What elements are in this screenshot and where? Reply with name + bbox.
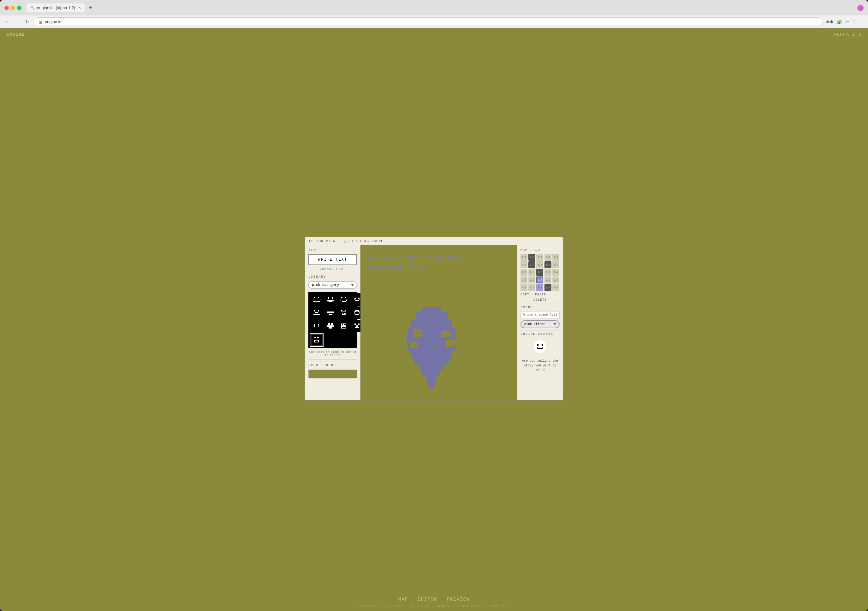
svg-rect-14 (341, 297, 343, 298)
emoji-cell[interactable] (324, 320, 337, 332)
map-cell[interactable]: 2,4 (552, 269, 559, 276)
bookmark-icon[interactable]: ✱✱ (826, 19, 834, 24)
minimize-button[interactable] (11, 6, 15, 10)
emoji-cell[interactable] (338, 320, 350, 332)
svg-rect-53 (318, 326, 319, 327)
svg-rect-72 (317, 337, 319, 338)
emoji-cell[interactable] (310, 307, 324, 319)
map-cell[interactable]: 3,1 (529, 276, 535, 284)
tab-close-icon[interactable]: ✕ (78, 6, 81, 10)
nav-map[interactable]: MAP (398, 597, 408, 602)
svg-rect-98 (441, 335, 443, 337)
map-cell[interactable]: 0,2 (536, 254, 543, 261)
map-cell[interactable]: 1,3 (544, 261, 552, 268)
hint-text: ble-click an image to add it to the sc (308, 350, 357, 357)
close-button[interactable] (5, 6, 9, 10)
map-cell[interactable]: 2,0 (521, 269, 527, 276)
map-cell[interactable]: 3,0 (521, 276, 527, 284)
svg-rect-8 (326, 295, 336, 304)
map-cell[interactable]: 3,4 (552, 276, 559, 284)
sub-nav-submit[interactable]: SUBMIT (437, 604, 453, 608)
svg-rect-2 (318, 297, 319, 298)
emoji-cell[interactable] (338, 307, 350, 319)
map-cell[interactable]: 3,3 (544, 276, 552, 284)
category-dropdown[interactable]: pick category (308, 281, 357, 289)
dot-separator: · (531, 293, 533, 296)
map-header: MAP · 3,2 (521, 248, 560, 252)
map-cell[interactable]: 1,2 (536, 261, 543, 268)
sub-nav-discord[interactable]: DISCORD (383, 604, 402, 608)
screenshot-icon[interactable]: ⬚ (852, 19, 857, 24)
svg-rect-37 (346, 311, 346, 312)
map-cell[interactable]: 4,4 (552, 284, 559, 291)
emoji-cell[interactable] (324, 307, 337, 319)
emoji-cell[interactable] (324, 293, 337, 306)
write-text-button[interactable]: WRITE TEXT (308, 254, 357, 265)
map-cell[interactable]: 4,2 (536, 284, 543, 291)
emoji-cell[interactable] (310, 320, 324, 332)
scene-title-input[interactable] (521, 311, 560, 318)
browser-tab[interactable]: 🔧 engine.lol (alpha 1.2) ✕ (26, 3, 85, 12)
svg-rect-13 (339, 295, 349, 304)
emoji-cell-selected[interactable] (310, 333, 324, 347)
svg-rect-57 (329, 327, 332, 329)
divider (521, 304, 560, 304)
address-bar[interactable]: 🔒 engine.lol (34, 17, 823, 26)
back-button[interactable]: ← (4, 19, 11, 25)
map-cell[interactable]: 4,1 (529, 284, 535, 291)
svg-rect-55 (328, 323, 330, 325)
svg-rect-99 (432, 348, 433, 349)
map-cell[interactable]: 1,0 (521, 261, 527, 268)
svg-rect-31 (327, 312, 333, 313)
effect-dropdown[interactable]: pick effect (521, 320, 560, 328)
svg-rect-18 (346, 299, 347, 301)
copy-paste-row: COPY · PASTE (521, 293, 560, 296)
svg-rect-33 (339, 308, 349, 318)
sub-nav-gallery[interactable]: GALLERY (410, 604, 429, 608)
svg-rect-69 (356, 326, 358, 327)
reload-button[interactable]: ↻ (24, 19, 30, 25)
color-swatch[interactable] (308, 369, 357, 378)
nav-preview[interactable]: PREVIEW (446, 597, 470, 602)
maximize-button[interactable] (17, 6, 22, 10)
new-tab-button[interactable]: + (86, 3, 95, 12)
scene-text: you have torn me from something very spe… (368, 253, 475, 272)
menu-icon[interactable]: ⋮ (860, 19, 864, 24)
sub-nav-destroy[interactable]: DESTROY (490, 604, 508, 608)
sub-nav: PLAYERDISCORDGALLERYSUBMITCOMPLAINDESTRO… (360, 604, 509, 608)
svg-rect-1 (314, 297, 315, 298)
map-cell[interactable]: 0,0 (521, 254, 527, 261)
copy-button[interactable]: COPY (521, 293, 529, 296)
sub-nav-player[interactable]: PLAYER (360, 604, 376, 608)
map-cell[interactable]: 0,1 (529, 254, 535, 261)
scene-canvas[interactable]: you have torn me from something very spe… (360, 245, 517, 400)
map-cell[interactable]: 2,2 (536, 269, 543, 276)
split-view-icon[interactable]: ▭ (845, 19, 849, 24)
map-cell[interactable]: 2,1 (529, 269, 535, 276)
svg-rect-88 (429, 383, 434, 389)
map-cell[interactable]: 2,3 (544, 269, 552, 276)
map-cell[interactable]: 4,0 (521, 284, 527, 291)
map-cell[interactable]: 0,3 (544, 254, 552, 261)
change-font-label[interactable]: CHANGE FONT (308, 268, 357, 271)
svg-rect-20 (355, 298, 356, 299)
sub-nav-complain[interactable]: COMPLAIN (460, 604, 482, 608)
svg-rect-92 (446, 340, 455, 347)
map-cell[interactable]: 1,1 (529, 261, 535, 268)
nav-editor[interactable]: EDITOR (418, 597, 437, 602)
delete-button[interactable]: DELETE (521, 298, 560, 302)
forward-button[interactable]: → (14, 19, 21, 25)
svg-rect-89 (413, 329, 422, 337)
profile-icon[interactable] (857, 5, 863, 11)
leaf-image[interactable] (397, 304, 467, 394)
paste-button[interactable]: PASTE (535, 293, 546, 296)
emoji-cell[interactable] (310, 293, 324, 306)
map-cell[interactable]: 1,4 (552, 261, 559, 268)
tab-title: engine.lol (alpha 1.2) (37, 5, 75, 10)
emoji-cell[interactable] (338, 293, 350, 306)
map-cell[interactable]: 3,2 (536, 276, 543, 284)
svg-rect-17 (341, 299, 341, 301)
map-cell[interactable]: 4,3 (544, 284, 552, 291)
extensions-icon[interactable]: 🧩 (837, 19, 842, 24)
map-cell[interactable]: 0,4 (552, 254, 559, 261)
